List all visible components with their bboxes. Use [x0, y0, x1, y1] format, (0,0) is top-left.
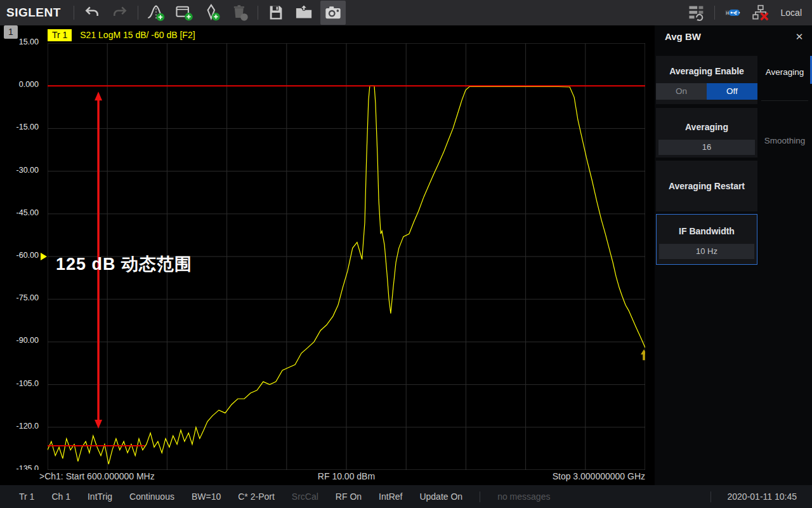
screenshot-button[interactable] [320, 1, 346, 25]
window-layout-button[interactable] [685, 1, 708, 24]
status-item-rf-on[interactable]: RF On [336, 491, 362, 502]
measurement-screen: Tr 1 S21 LogM 15 dB/ -60 dB [F2] 15.000.… [0, 25, 655, 485]
window-number-badge: 1 [4, 25, 18, 39]
y-tick-label: -45.00 [0, 208, 43, 217]
stop-frequency-label[interactable]: Stop 3.000000000 GHz [553, 471, 645, 481]
lan-status-button[interactable] [749, 1, 772, 24]
status-bar: Tr 1Ch 1IntTrigContinuousBW=10C* 2-PortS… [0, 485, 812, 508]
tab-smoothing[interactable]: Smoothing [757, 136, 812, 145]
usb-device-icon: H [723, 3, 742, 22]
trash-icon [230, 3, 249, 22]
y-tick-label: 0.000 [0, 80, 43, 89]
channel-info-bar: >Ch1: Start 600.000000 MHz RF 10.00 dBm … [0, 470, 648, 484]
svg-text:H: H [726, 11, 729, 15]
avg-bw-panel: Avg BW ✕ Averaging Enable On Off Averagi… [655, 25, 812, 485]
status-items: Tr 1Ch 1IntTrigContinuousBW=10C* 2-PortS… [19, 491, 567, 502]
window-layout-icon [687, 3, 706, 22]
add-trace-button[interactable] [145, 1, 167, 24]
trace-header: Tr 1 S21 LogM 15 dB/ -60 dB [F2] [48, 29, 195, 42]
averaging-restart-button[interactable]: Averaging Restart [656, 161, 757, 211]
lan-disconnected-icon [752, 4, 769, 22]
averaging-enable-toggle: On Off [656, 83, 757, 100]
trace-1-chip[interactable]: Tr 1 [48, 29, 72, 41]
open-button[interactable] [292, 1, 315, 24]
separator [74, 6, 74, 20]
status-item-inttrig[interactable]: IntTrig [88, 491, 112, 502]
status-item-c-2-port[interactable]: C* 2-Port [238, 491, 275, 502]
averaging-count-value[interactable]: 16 [658, 140, 755, 155]
averaging-enable-card: Averaging Enable On Off [656, 56, 757, 104]
if-bandwidth-label: IF Bandwidth [657, 215, 757, 237]
status-item-ch-1[interactable]: Ch 1 [51, 491, 70, 502]
y-tick-label: -75.00 [0, 293, 43, 302]
separator [710, 491, 711, 502]
if-bandwidth-value[interactable]: 10 Hz [659, 244, 754, 259]
y-tick-label: -30.00 [0, 166, 43, 175]
y-tick-label: -120.0 [0, 422, 43, 431]
panel-title: Avg BW [665, 31, 701, 42]
trace-1-settings-label: S21 LogM 15 dB/ -60 dB [F2] [80, 30, 195, 40]
separator [138, 6, 138, 20]
if-bandwidth-card[interactable]: IF Bandwidth 10 Hz [656, 214, 757, 265]
separator [258, 6, 258, 20]
averaging-enable-label: Averaging Enable [656, 56, 757, 77]
local-mode-label: Local [781, 8, 802, 18]
panel-tab-strip: Averaging Smoothing [757, 25, 812, 485]
status-item-srccal: SrcCal [292, 491, 318, 502]
top-toolbar: SIGLENT [0, 0, 812, 25]
averaging-on-button[interactable]: On [656, 83, 707, 100]
siglent-logo: SIGLENT [6, 6, 61, 20]
add-trace-icon [147, 3, 166, 22]
status-item-update-on[interactable]: Update On [419, 491, 462, 502]
add-marker-icon [202, 3, 221, 22]
usb-status-button[interactable]: H [721, 1, 744, 24]
add-marker-button[interactable] [200, 1, 223, 24]
separator [480, 491, 480, 502]
separator [714, 6, 715, 20]
redo-icon [112, 4, 128, 21]
undo-icon [84, 4, 100, 21]
dynamic-range-annotation: 125 dB 动态范围 [56, 253, 192, 276]
status-item-intref[interactable]: IntRef [379, 491, 402, 502]
y-tick-label: -60.00 [0, 251, 43, 260]
averaging-off-button[interactable]: Off [707, 83, 757, 100]
reference-level-marker-icon [41, 253, 47, 260]
status-item-no-messages: no messages [497, 491, 550, 502]
averaging-restart-label: Averaging Restart [669, 180, 745, 192]
separator [761, 100, 808, 101]
undo-button[interactable] [81, 1, 103, 24]
delete-button[interactable] [228, 1, 251, 24]
y-tick-label: -90.00 [0, 336, 43, 345]
status-item-bw-10[interactable]: BW=10 [192, 491, 221, 502]
averaging-count-label: Averaging [656, 108, 757, 133]
status-item-tr-1[interactable]: Tr 1 [19, 491, 34, 502]
save-icon [267, 4, 285, 22]
averaging-count-card[interactable]: Averaging 16 [656, 108, 757, 157]
y-tick-label: -105.0 [0, 379, 43, 388]
datetime-label: 2020-01-11 10:45 [728, 491, 797, 502]
camera-icon [324, 4, 342, 22]
add-window-button[interactable] [173, 1, 195, 24]
redo-button[interactable] [108, 1, 131, 24]
tab-averaging[interactable]: Averaging [757, 67, 812, 77]
y-tick-label: -15.00 [0, 123, 43, 131]
open-folder-icon [294, 3, 313, 22]
status-item-continuous[interactable]: Continuous [129, 491, 174, 502]
save-button[interactable] [265, 1, 287, 24]
y-tick-label: 15.00 [0, 37, 43, 46]
add-window-icon [174, 3, 193, 22]
